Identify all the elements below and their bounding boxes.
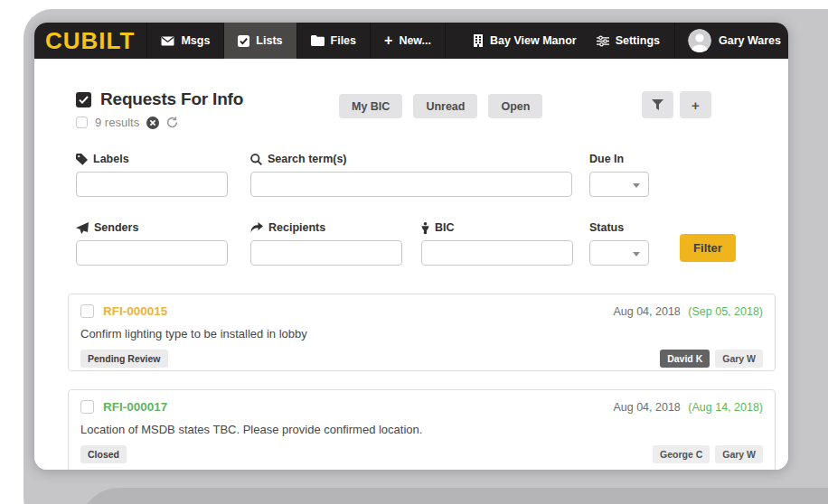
settings-label: Settings [616,34,660,47]
app-window: CUBILT Msgs Lists [34,23,788,470]
recipients-input[interactable] [250,240,402,266]
clear-filters-icon[interactable] [146,117,159,129]
nav-lists-tab[interactable]: Lists [223,23,296,59]
bic-input[interactable] [421,240,573,266]
send-icon [76,222,89,234]
status-select[interactable] [589,240,649,266]
rfi-summary: Confirm lighting type to be installed in… [80,327,763,341]
rfi-assignees: David K Gary W [660,350,763,368]
rfi-date: Aug 04, 2018 [613,401,680,414]
bic-label-text: BIC [435,221,455,234]
search-label-text: Search term(s) [268,153,347,165]
page-title: Requests For Info [100,89,243,109]
nav-label: Msgs [181,34,210,47]
folder-icon [311,35,325,46]
open-button[interactable]: Open [488,94,542,118]
add-button[interactable]: + [680,91,711,118]
status-label-text: Status [589,221,624,234]
due-in-select[interactable] [589,172,649,197]
top-navbar: CUBILT Msgs Lists [34,23,788,59]
rfi-card-head: RFI-000017 Aug 04, 2018 (Aug 14, 2018) [80,400,763,414]
rfi-id-link[interactable]: RFI-000017 [103,400,167,414]
assignee-badge[interactable]: David K [660,350,710,368]
search-input[interactable] [250,172,572,197]
rfi-card: RFI-000015 Aug 04, 2018 (Sep 05, 2018) C… [68,294,776,371]
chevron-down-icon [633,183,640,188]
results-row: 9 results [76,116,178,129]
tag-icon [76,154,88,165]
nav-settings[interactable]: Settings [597,34,660,47]
assignee-badge[interactable]: Gary W [715,445,763,463]
filter-toggle-button[interactable] [642,91,673,118]
select-all-checkbox[interactable] [76,92,91,107]
page-title-row: Requests For Info [76,89,243,109]
nav-new-tab[interactable]: + New... [370,23,446,59]
labels-label-text: Labels [93,153,129,165]
refresh-icon[interactable] [166,117,178,128]
search-icon [250,154,262,165]
rfi-card-head: RFI-000015 Aug 04, 2018 (Sep 05, 2018) [80,304,763,318]
nav-label: Files [331,34,357,47]
senders-field-group: Senders [76,221,228,266]
due-in-label: Due In [589,153,649,165]
nav-label: Lists [256,34,282,47]
nav-msgs-tab[interactable]: Msgs [146,23,223,59]
avatar [688,29,711,52]
nav-files-tab[interactable]: Files [296,23,371,59]
user-menu[interactable]: Gary Wares [675,29,788,52]
search-field-group: Search term(s) [250,153,572,197]
quick-filters: My BIC Unread Open [339,94,542,118]
sliders-icon [597,35,609,47]
user-name: Gary Wares [719,34,781,47]
senders-input[interactable] [76,240,228,266]
filter-button[interactable]: Filter [680,234,736,262]
recipients-label: Recipients [250,221,402,234]
assignee-badge[interactable]: Gary W [715,350,763,368]
app-logo[interactable]: CUBILT [45,27,135,55]
rfi-summary: Location of MSDB states TBC. Please prov… [80,423,763,436]
rfi-assignees: George C Gary W [653,445,763,463]
rfi-dates: Aug 04, 2018 (Sep 05, 2018) [613,305,763,318]
primary-nav: Msgs Lists Files + New... [146,23,446,59]
project-selector[interactable]: Bay View Manor [473,34,577,47]
screenshot-canvas: CUBILT Msgs Lists [0,0,828,504]
rfi-id-link[interactable]: RFI-000015 [103,304,167,318]
results-count: 9 results [95,116,139,129]
labels-input[interactable] [76,172,228,197]
recipients-field-group: Recipients [250,221,402,266]
recipients-label-text: Recipients [268,221,325,234]
project-name: Bay View Manor [490,34,577,47]
senders-label: Senders [76,221,228,234]
status-field-group: Status [589,221,649,266]
unread-button[interactable]: Unread [413,94,477,118]
rfi-due-date: (Aug 14, 2018) [688,401,763,414]
labels-field-group: Labels [76,153,228,197]
status-label: Status [589,221,649,234]
funnel-icon [652,99,663,110]
header-actions: + [642,91,711,118]
search-label: Search term(s) [250,153,572,165]
assignee-badge[interactable]: George C [653,445,710,463]
envelope-icon [161,36,174,46]
device-frame-shade [80,488,828,504]
bic-field-group: BIC [421,221,573,266]
person-icon [421,222,429,234]
rfi-card-foot: Closed George C Gary W [80,445,763,463]
bic-label: BIC [421,221,573,234]
rfi-status-badge: Closed [80,445,127,463]
rfi-checkbox[interactable] [80,400,94,414]
labels-label: Labels [76,153,228,165]
chevron-down-icon [633,252,640,257]
forward-arrow-icon [250,222,263,233]
checkbox-icon [238,35,249,47]
due-in-field-group: Due In [589,153,649,197]
results-checkbox[interactable] [76,117,88,128]
rfi-due-date: (Sep 05, 2018) [688,305,763,318]
building-icon [473,34,484,47]
rfi-dates: Aug 04, 2018 (Aug 14, 2018) [613,401,763,414]
rfi-checkbox[interactable] [80,304,94,318]
rfi-card-foot: Pending Review David K Gary W [80,350,763,368]
plus-icon: + [384,33,392,48]
my-bic-button[interactable]: My BIC [339,94,402,118]
plus-icon: + [692,98,700,113]
